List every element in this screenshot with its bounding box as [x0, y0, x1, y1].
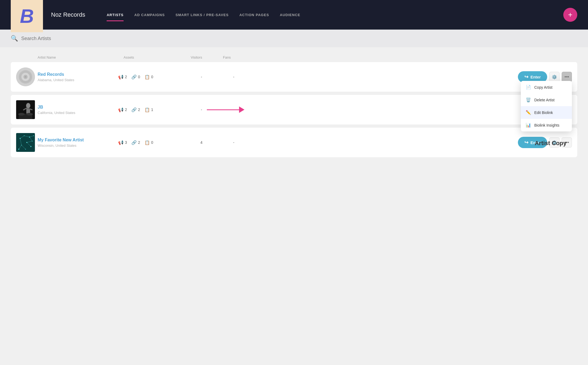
asset-links-jb: 🔗 2: [131, 107, 140, 112]
table-header: Artist Name Assets Visitors Fans: [11, 53, 577, 62]
lists-count-jb: 1: [151, 108, 153, 112]
dropdown-edit-biolink[interactable]: ✏️ Edit Biolink: [521, 106, 572, 119]
avatar-mfna: [16, 133, 35, 152]
search-bar: 🔍: [0, 30, 588, 47]
copy-icon: 📄: [526, 85, 531, 90]
list-icon-jb: 📋: [145, 107, 150, 112]
col-assets: Assets: [124, 55, 191, 59]
enter-button-mfna[interactable]: ↪ Enter: [518, 137, 547, 148]
logo-box: B: [11, 0, 43, 32]
artist-location-jb: California, United States: [38, 111, 118, 115]
artist-location-mfna: Wisconsin, United States: [38, 144, 118, 148]
dropdown-copy-artist[interactable]: 📄 Copy Artist: [521, 81, 572, 94]
search-input[interactable]: [21, 36, 102, 41]
avatar-red-records: [16, 67, 35, 86]
megaphone-icon-jb: 📢: [118, 107, 124, 112]
delete-artist-label: Delete Artist: [534, 98, 554, 102]
artist-name-red-records[interactable]: Red Records: [38, 72, 118, 77]
nav-item-artists[interactable]: ARTISTS: [101, 11, 129, 19]
biolink-insights-label: Biolink Insights: [534, 123, 559, 127]
mfna-photo-svg: [16, 133, 35, 152]
artist-info-jb: JB California, United States: [38, 105, 118, 115]
svg-point-14: [18, 113, 25, 116]
dots-icon-rr: •••: [565, 74, 569, 79]
links-count: 0: [138, 75, 140, 79]
col-fans: Fans: [223, 55, 255, 59]
stat-visitors-mfna: 4: [185, 140, 218, 145]
artist-info-mfna: My Favorite New Artist Wisconsin, United…: [38, 138, 118, 148]
artist-name-jb[interactable]: JB: [38, 105, 118, 110]
header: B Noz Records ARTISTS AD CAMPAIGNS SMART…: [0, 0, 588, 30]
artist-info-red-records: Red Records Alabama, United States: [38, 72, 118, 82]
list-icon-mfna: 📋: [145, 140, 150, 145]
brand-name: Noz Records: [51, 11, 85, 18]
link-icon: 🔗: [131, 74, 137, 80]
assets-jb: 📢 2 🔗 2 📋 1: [118, 107, 185, 112]
asset-links: 🔗 0: [131, 74, 140, 80]
disc-svg: [16, 67, 35, 86]
asset-links-mfna: 🔗 2: [131, 140, 140, 145]
nav-item-audience[interactable]: AUDIENCE: [275, 11, 306, 19]
artist-card-red-records: Red Records Alabama, United States 📢 2 🔗…: [11, 62, 577, 92]
arrow-head: [239, 106, 244, 113]
settings-button-mfna[interactable]: ⚙️: [549, 137, 560, 148]
lists-count-mfna: 0: [151, 140, 153, 145]
arrow-annotation: [207, 106, 244, 113]
edit-biolink-label: Edit Biolink: [534, 110, 553, 115]
asset-campaigns: 📢 2: [118, 74, 127, 80]
asset-lists-jb: 📋 1: [145, 107, 153, 112]
more-button-mfna[interactable]: •••: [562, 137, 572, 148]
edit-icon: ✏️: [526, 110, 531, 115]
list-icon: 📋: [145, 74, 150, 80]
asset-lists-mfna: 📋 0: [145, 140, 153, 145]
more-button-rr[interactable]: •••: [562, 72, 572, 82]
nav-item-ad-campaigns[interactable]: AD CAMPAIGNS: [129, 11, 170, 19]
enter-icon-rr: ↪: [524, 74, 528, 80]
avatar-jb: [16, 100, 35, 119]
asset-lists: 📋 0: [145, 74, 153, 80]
search-icon: 🔍: [11, 35, 18, 42]
lists-count: 0: [151, 75, 153, 79]
main-nav: ARTISTS AD CAMPAIGNS SMART LINKS / PRE-S…: [101, 11, 563, 19]
dots-icon-mfna: •••: [565, 140, 569, 145]
stat-visitors-rr: -: [185, 75, 218, 79]
artist-card-jb: JB California, United States 📢 2 🔗 2 📋 1…: [11, 95, 577, 124]
artist-location-red-records: Alabama, United States: [38, 78, 118, 82]
actions-mfna: ↪ Enter ⚙️ •••: [250, 137, 572, 148]
copy-artist-label: Copy Artist: [534, 85, 553, 90]
assets-mfna: 📢 3 🔗 2 📋 0: [118, 140, 185, 145]
jb-photo-svg: [16, 100, 35, 119]
arrow-line: [207, 109, 239, 110]
link-icon-mfna: 🔗: [131, 140, 137, 145]
enter-icon-mfna: ↪: [524, 139, 528, 145]
artist-card-mfna: My Favorite New Artist Wisconsin, United…: [11, 128, 577, 157]
assets-red-records: 📢 2 🔗 0 📋 0: [118, 74, 185, 80]
links-count-mfna: 2: [138, 140, 140, 145]
megaphone-icon-mfna: 📢: [118, 140, 124, 145]
campaigns-count-jb: 2: [125, 108, 127, 112]
add-button[interactable]: +: [563, 8, 577, 22]
nav-item-action-pages[interactable]: ACTION PAGES: [234, 11, 274, 19]
link-icon-jb: 🔗: [131, 107, 137, 112]
svg-point-4: [25, 76, 26, 78]
megaphone-icon: 📢: [118, 74, 124, 80]
svg-point-15: [26, 113, 33, 116]
chart-icon: 📊: [526, 123, 531, 128]
nav-item-smart-links[interactable]: SMART LINKS / PRE-SAVES: [170, 11, 234, 19]
asset-campaigns-jb: 📢 2: [118, 107, 127, 112]
dropdown-biolink-insights[interactable]: 📊 Biolink Insights: [521, 119, 572, 131]
campaigns-count: 2: [125, 75, 127, 79]
settings-button-rr[interactable]: ⚙️: [549, 72, 560, 82]
plus-icon: +: [568, 11, 572, 19]
dropdown-menu: 📄 Copy Artist 🗑️ Delete Artist ✏️ Edit B…: [521, 81, 572, 131]
artist-name-mfna[interactable]: My Favorite New Artist: [38, 138, 118, 142]
stat-fans-rr: -: [218, 75, 250, 79]
main-content: Artist Name Assets Visitors Fans Red Rec…: [0, 47, 588, 166]
asset-campaigns-mfna: 📢 3: [118, 140, 127, 145]
col-artist-name: Artist Name: [38, 55, 124, 59]
dropdown-delete-artist[interactable]: 🗑️ Delete Artist: [521, 94, 572, 106]
links-count-jb: 2: [138, 108, 140, 112]
gear-icon-rr: ⚙️: [552, 74, 557, 80]
trash-icon: 🗑️: [526, 97, 531, 102]
col-visitors: Visitors: [191, 55, 223, 59]
